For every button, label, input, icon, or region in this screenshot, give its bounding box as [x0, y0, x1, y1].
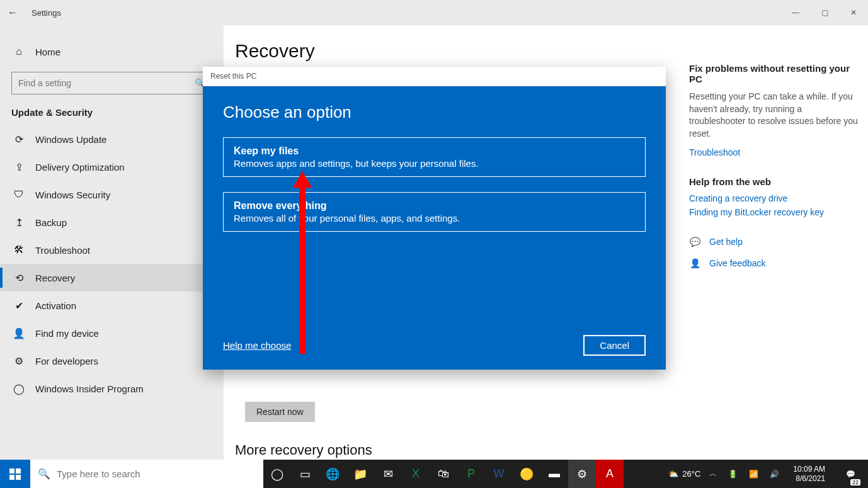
developer-icon: ⚙	[13, 355, 25, 367]
edge-icon[interactable]: 🌐	[319, 460, 346, 488]
back-button[interactable]: ←	[0, 7, 25, 18]
window-controls: — ▢ ✕	[781, 0, 868, 25]
taskbar-tray: ⛅ 26°C ︿ 🔋 📶 🔊 10:09 AM 8/6/2021 💬 22	[668, 460, 868, 488]
weather-widget[interactable]: ⛅ 26°C	[668, 469, 700, 479]
app-icon[interactable]: ▬	[540, 460, 568, 488]
restart-now-button[interactable]: Restart now	[245, 402, 315, 422]
svg-rect-3	[9, 475, 14, 480]
wrench-icon: 🛠	[13, 244, 25, 256]
store-icon[interactable]: 🛍	[430, 460, 457, 488]
page-title: Recovery	[235, 40, 666, 62]
start-button[interactable]	[0, 460, 30, 488]
cortana-icon[interactable]: ◯	[263, 460, 291, 488]
maximize-button[interactable]: ▢	[810, 0, 839, 25]
chrome-icon[interactable]: 🟡	[513, 460, 540, 488]
sidebar-item-windows-update[interactable]: ⟳ Windows Update	[0, 125, 224, 153]
get-help-link[interactable]: Get help	[709, 237, 743, 247]
dialog-body: Choose an option Keep my files Removes a…	[203, 86, 666, 370]
task-view-icon[interactable]: ▭	[291, 460, 319, 488]
help-web-heading: Help from the web	[689, 176, 859, 187]
feedback-icon: 👤	[689, 258, 700, 269]
sidebar-item-windows-security[interactable]: 🛡 Windows Security	[0, 181, 224, 208]
explorer-icon[interactable]: 📁	[346, 460, 374, 488]
sidebar-category: Update & Security	[0, 103, 224, 125]
sidebar-item-troubleshoot[interactable]: 🛠 Troubleshoot	[0, 236, 224, 264]
cancel-button[interactable]: Cancel	[583, 335, 646, 356]
taskbar-search-input[interactable]	[57, 468, 256, 479]
sidebar: ⌂ Home 🔍 Update & Security ⟳ Windows Upd…	[0, 25, 224, 460]
sidebar-item-label: Backup	[35, 217, 67, 228]
volume-icon[interactable]: 🔊	[767, 470, 782, 479]
help-me-choose-link[interactable]: Help me choose	[223, 340, 291, 351]
sidebar-item-for-developers[interactable]: ⚙ For developers	[0, 347, 224, 375]
sidebar-item-delivery-optimization[interactable]: ⇪ Delivery Optimization	[0, 153, 224, 181]
sidebar-item-label: For developers	[35, 356, 98, 366]
search-input[interactable]	[18, 78, 195, 88]
sidebar-item-label: Windows Insider Program	[35, 383, 144, 394]
sidebar-item-label: Windows Update	[35, 134, 106, 145]
sidebar-item-insider[interactable]: ◯ Windows Insider Program	[0, 375, 224, 402]
svg-rect-2	[16, 468, 21, 474]
feedback-link[interactable]: Give feedback	[709, 258, 766, 268]
sidebar-item-label: Windows Security	[35, 190, 110, 200]
help-icon: 💬	[689, 236, 700, 247]
dialog-heading: Choose an option	[223, 103, 646, 122]
option-title: Keep my files	[234, 145, 635, 157]
svg-rect-4	[16, 475, 21, 480]
sidebar-item-activation[interactable]: ✔ Activation	[0, 292, 224, 319]
option-title: Remove everything	[234, 200, 635, 212]
selection-marker	[0, 268, 3, 288]
shield-icon: 🛡	[13, 188, 25, 201]
sidebar-item-label: Recovery	[35, 273, 75, 283]
notification-icon: 💬	[846, 470, 855, 479]
option-keep-my-files[interactable]: Keep my files Removes apps and settings,…	[223, 137, 646, 177]
minimize-button[interactable]: —	[781, 0, 810, 25]
sidebar-item-find-my-device[interactable]: 👤 Find my device	[0, 319, 224, 347]
sync-icon: ⟳	[13, 133, 25, 145]
settings-taskbar-icon[interactable]: ⚙	[568, 460, 596, 488]
sidebar-item-label: Activation	[35, 300, 76, 311]
search-box[interactable]: 🔍	[11, 72, 212, 94]
tray-chevron-icon[interactable]: ︿	[707, 468, 719, 479]
notification-badge: 22	[850, 479, 860, 485]
option-remove-everything[interactable]: Remove everything Removes all of your pe…	[223, 192, 646, 232]
battery-icon[interactable]: 🔋	[726, 470, 740, 479]
fix-text: Resetting your PC can take a while. If y…	[689, 91, 859, 140]
windows-icon	[9, 468, 21, 480]
insider-icon: ◯	[13, 382, 25, 395]
clock-date: 8/6/2021	[793, 474, 825, 483]
word-icon[interactable]: W	[485, 460, 513, 488]
close-button[interactable]: ✕	[839, 0, 868, 25]
notifications-button[interactable]: 💬 22	[837, 460, 864, 488]
taskbar-search[interactable]: 🔍	[30, 460, 263, 488]
pdf-icon[interactable]: A	[596, 460, 624, 488]
app-title: Settings	[31, 8, 61, 18]
check-icon: ✔	[13, 299, 25, 312]
help-link-bitlocker[interactable]: Finding my BitLocker recovery key	[689, 207, 859, 217]
search-icon: 🔍	[38, 468, 50, 480]
sidebar-home-label: Home	[35, 47, 60, 57]
sidebar-item-label: Delivery Optimization	[35, 162, 125, 173]
help-link-recovery-drive[interactable]: Creating a recovery drive	[689, 193, 859, 203]
feedback-row[interactable]: 👤 Give feedback	[689, 258, 859, 269]
mail-icon[interactable]: ✉	[374, 460, 402, 488]
get-help-row[interactable]: 💬 Get help	[689, 236, 859, 247]
sidebar-item-backup[interactable]: ↥ Backup	[0, 208, 224, 236]
publisher-icon[interactable]: P	[457, 460, 485, 488]
weather-temp: 26°C	[682, 469, 700, 479]
wifi-icon[interactable]: 📶	[746, 470, 761, 479]
clock[interactable]: 10:09 AM 8/6/2021	[788, 465, 830, 483]
excel-icon[interactable]: X	[402, 460, 430, 488]
svg-rect-1	[9, 468, 14, 474]
sidebar-item-recovery[interactable]: ⟲ Recovery	[0, 264, 224, 292]
dialog-titlebar: Reset this PC	[203, 67, 666, 86]
sidebar-item-label: Troubleshoot	[35, 245, 90, 256]
title-bar: ← Settings — ▢ ✕	[0, 0, 868, 25]
option-desc: Removes apps and settings, but keeps you…	[234, 158, 635, 169]
recovery-icon: ⟲	[13, 271, 25, 284]
sidebar-home[interactable]: ⌂ Home	[0, 38, 224, 65]
fix-heading: Fix problems without resetting your PC	[689, 63, 859, 84]
reset-pc-dialog: Reset this PC Choose an option Keep my f…	[203, 67, 666, 370]
troubleshoot-link[interactable]: Troubleshoot	[689, 147, 859, 157]
sidebar-item-label: Find my device	[35, 328, 99, 339]
